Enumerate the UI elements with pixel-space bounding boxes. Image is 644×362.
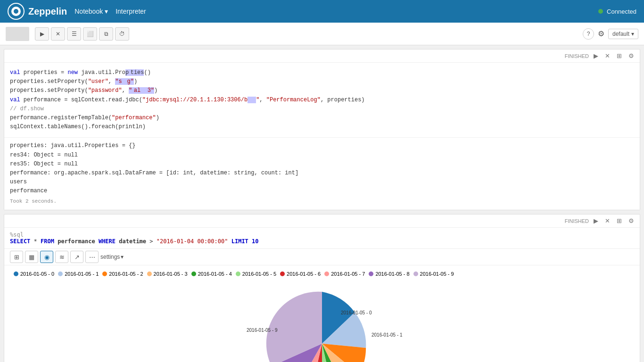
legend-label-6: 2016-01-05 - 6 (287, 271, 321, 277)
notebook-nav[interactable]: Notebook ▾ (74, 8, 108, 15)
legend-label-0: 2016-01-05 - 0 (20, 271, 54, 277)
pie-label-9: 2016-01-05 - 9 (247, 328, 278, 333)
code-line-7: sqlContext.tableNames().foreach(println) (10, 123, 634, 132)
area-view-button[interactable]: ≋ (55, 251, 68, 263)
hide-all-button[interactable]: ⬜ (83, 27, 97, 41)
legend-label-7: 2016-01-05 - 7 (331, 271, 365, 277)
viz-toolbar: ⊞ ▦ ◉ ≋ ↗ ⋯ settings ▾ (4, 248, 640, 265)
legend-dot-7 (324, 272, 329, 276)
legend-dot-2 (102, 272, 107, 276)
logo-text: Zeppelin (28, 6, 67, 17)
chart-legend: 2016-01-05 - 0 2016-01-05 - 1 2016-01-05… (10, 271, 634, 277)
cell-2-code[interactable]: %sql SELECT * FROM performance WHERE dat… (4, 228, 640, 248)
schedule-button[interactable]: ⏱ (115, 27, 129, 41)
interpreter-label: Interpreter (116, 8, 146, 15)
code-line-3: properties.setProperty("password", " al … (10, 86, 634, 95)
code-line-1: val properties = new java.util.Prop ties… (10, 68, 634, 77)
stop-all-button[interactable]: ✕ (51, 27, 65, 41)
pie-chart-container: 2016-01-05 - 0 2016-01-05 - 1 2016-01-05… (10, 282, 634, 362)
legend-label-1: 2016-01-05 - 1 (65, 271, 99, 277)
toolbar: ▶ ✕ ☰ ⬜ ⧉ ⏱ ? ⚙ default ▾ (0, 23, 644, 45)
legend-dot-5 (236, 272, 240, 276)
navbar-right: Connected (598, 8, 636, 15)
chart-settings-label: settings (100, 254, 120, 260)
legend-item-4: 2016-01-05 - 4 (191, 271, 232, 277)
logo: Zeppelin (8, 3, 67, 20)
legend-dot-0 (14, 272, 18, 276)
logo-icon (8, 3, 25, 20)
cell-1-stop-button[interactable]: ✕ (603, 51, 612, 60)
main-content: FINISHED ▶ ✕ ⊞ ⚙ val properties = new ja… (0, 45, 644, 362)
settings-icon[interactable]: ⚙ (598, 29, 604, 38)
svg-point-2 (14, 9, 18, 14)
legend-item-7: 2016-01-05 - 7 (324, 271, 365, 277)
code-line-5: // df.show (10, 105, 634, 114)
legend-item-8: 2016-01-05 - 8 (369, 271, 409, 277)
cell-1-header: FINISHED ▶ ✕ ⊞ ⚙ (4, 49, 640, 63)
legend-label-8: 2016-01-05 - 8 (375, 271, 409, 277)
pie-label-1: 2016-01-05 - 1 (372, 332, 403, 337)
legend-dot-1 (58, 272, 63, 276)
show-all-button[interactable]: ☰ (67, 27, 81, 41)
output-line-3: res35: Object = null (10, 160, 634, 169)
bar-view-button[interactable]: ▦ (25, 251, 38, 263)
pie-chart: 2016-01-05 - 0 2016-01-05 - 1 2016-01-05… (185, 282, 459, 362)
legend-dot-4 (191, 272, 196, 276)
cell-1-settings-button[interactable]: ⚙ (627, 51, 636, 60)
chart-settings-link[interactable]: settings ▾ (100, 254, 124, 260)
legend-dot-9 (413, 272, 418, 276)
legend-item-2: 2016-01-05 - 2 (102, 271, 143, 277)
legend-item-3: 2016-01-05 - 3 (147, 271, 188, 277)
cell-2-expand-button[interactable]: ⊞ (615, 216, 624, 225)
output-line-6: performance (10, 187, 634, 196)
legend-label-3: 2016-01-05 - 3 (154, 271, 188, 277)
legend-item-0: 2016-01-05 - 0 (14, 271, 54, 277)
sql-query: SELECT * FROM performance WHERE datetime… (10, 238, 634, 245)
cell-1-code[interactable]: val properties = new java.util.Prop ties… (4, 63, 640, 137)
scatter-view-button[interactable]: ⋯ (85, 251, 99, 263)
cell-2-header: FINISHED ▶ ✕ ⊞ ⚙ (4, 214, 640, 228)
chart-settings-caret: ▾ (121, 254, 124, 260)
legend-dot-3 (147, 272, 152, 276)
pie-view-button[interactable]: ◉ (40, 251, 53, 263)
legend-item-9: 2016-01-05 - 9 (413, 271, 454, 277)
cell-2-status: FINISHED (565, 218, 589, 224)
cell-1-expand-button[interactable]: ⊞ (615, 51, 624, 60)
line-view-button[interactable]: ↗ (70, 251, 83, 263)
code-line-2: properties.setProperty("user", "s g") (10, 77, 634, 86)
code-line-4: val performance = sqlContext.read.jdbc("… (10, 96, 634, 105)
cell-2-run-button[interactable]: ▶ (592, 216, 600, 225)
default-button[interactable]: default ▾ (608, 29, 638, 39)
legend-dot-6 (280, 272, 285, 276)
notebook-caret: ▾ (105, 8, 108, 15)
cell-2-settings-button[interactable]: ⚙ (627, 216, 636, 225)
help-button[interactable]: ? (583, 28, 594, 40)
notebook-label: Notebook (74, 8, 103, 15)
pie-label-0: 2016-01-05 - 0 (341, 310, 372, 315)
legend-label-5: 2016-01-05 - 5 (242, 271, 276, 277)
cell-1: FINISHED ▶ ✕ ⊞ ⚙ val properties = new ja… (4, 49, 640, 210)
connected-text: Connected (607, 8, 636, 15)
cell-1-took: Took 2 seconds. (10, 197, 634, 206)
cell-2: FINISHED ▶ ✕ ⊞ ⚙ %sql SELECT * FROM perf… (4, 214, 640, 362)
clone-button[interactable]: ⧉ (99, 27, 113, 41)
interpreter-nav[interactable]: Interpreter (116, 8, 146, 15)
legend-item-6: 2016-01-05 - 6 (280, 271, 321, 277)
legend-item-1: 2016-01-05 - 1 (58, 271, 99, 277)
table-view-button[interactable]: ⊞ (10, 251, 23, 263)
output-line-2: res34: Object = null (10, 151, 634, 160)
output-line-4: performance: org.apache.spark.sql.DataFr… (10, 169, 634, 178)
output-line-5: users (10, 178, 634, 187)
legend-item-5: 2016-01-05 - 5 (236, 271, 276, 277)
legend-dot-8 (369, 272, 373, 276)
connected-dot (598, 9, 603, 14)
cell-1-output: properties: java.util.Properties = {} re… (4, 137, 640, 210)
run-all-button[interactable]: ▶ (35, 27, 49, 41)
toolbar-right: ? ⚙ default ▾ (583, 28, 638, 40)
cell-1-run-button[interactable]: ▶ (592, 51, 600, 60)
legend-label-2: 2016-01-05 - 2 (109, 271, 143, 277)
legend-label-9: 2016-01-05 - 9 (420, 271, 454, 277)
code-line-6: performance.registerTempTable("performan… (10, 114, 634, 123)
navbar-left: Zeppelin Notebook ▾ Interpreter (8, 3, 146, 20)
cell-2-stop-button[interactable]: ✕ (603, 216, 612, 225)
